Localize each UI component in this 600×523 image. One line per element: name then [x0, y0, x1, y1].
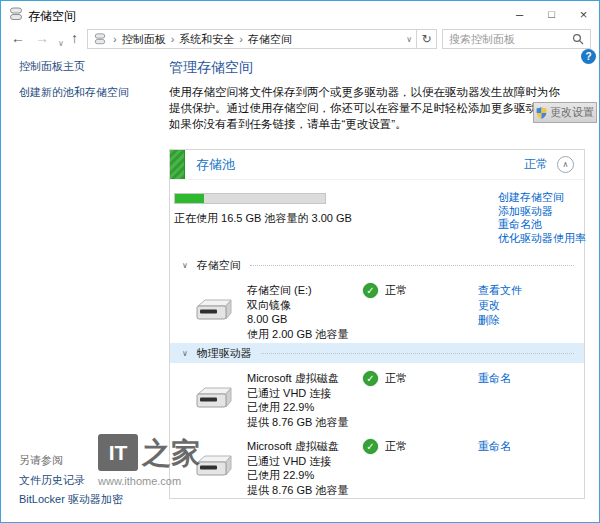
up-button[interactable]: ↑ — [71, 30, 78, 47]
title-bar: 存储空间 – □ × — [1, 1, 599, 27]
uac-shield-icon — [536, 107, 547, 119]
breadcrumb-separator-icon: › — [171, 33, 175, 45]
storage-space-row: 存储空间 (E:) 双向镜像 8.00 GB 使用 2.00 GB 池容量 ✓ … — [170, 275, 584, 343]
drive-detail: 双向镜像 — [247, 298, 363, 313]
sidebar-item-bitlocker[interactable]: BitLocker 驱动器加密 — [19, 492, 123, 507]
rename-pool-link[interactable]: 重命名池 — [498, 218, 586, 232]
drive-info: Microsoft 虚拟磁盘 已通过 VHD 连接 已使用 22.9% 提供 8… — [247, 439, 363, 499]
drive-info: Microsoft 虚拟磁盘 已通过 VHD 连接 已使用 22.9% 提供 8… — [247, 371, 363, 431]
breadcrumb-system-security[interactable]: 系统和安全 — [179, 32, 234, 47]
optimize-drive-usage-link[interactable]: 优化驱动器使用率 — [498, 232, 586, 246]
drive-detail: 已使用 22.9% — [247, 400, 363, 415]
storage-spaces-window: 存储空间 – □ × ← → ∨ ↑ › 控制面板 › 系统和安全 › 存储空间… — [0, 0, 600, 523]
section-header-storage-spaces: ∨ 存储空间 — [170, 255, 584, 275]
drive-links: 查看文件 更改 删除 — [478, 283, 584, 343]
window-title: 存储空间 — [28, 8, 76, 25]
drive-info: 存储空间 (E:) 双向镜像 8.00 GB 使用 2.00 GB 池容量 — [247, 283, 363, 343]
rename-link[interactable]: 重命名 — [478, 439, 584, 454]
back-button[interactable]: ← — [11, 30, 25, 47]
storage-spaces-icon — [9, 7, 23, 21]
hard-drive-icon — [196, 297, 234, 323]
chevron-down-icon[interactable]: ∨ — [182, 261, 188, 270]
status-text: 正常 — [385, 283, 407, 298]
drive-name: Microsoft 虚拟磁盘 — [247, 371, 363, 386]
address-dropdown-icon[interactable]: ∨ — [406, 35, 412, 44]
pool-name: 存储池 — [196, 156, 235, 174]
change-link[interactable]: 更改 — [478, 298, 584, 313]
drive-detail: 提供 8.76 GB 池容量 — [247, 483, 363, 498]
drive-icon-cell — [170, 371, 247, 431]
section-divider — [261, 353, 574, 354]
drive-icon-cell — [170, 439, 247, 499]
page-title: 管理存储空间 — [169, 59, 253, 77]
storage-pool-panel: 存储池 正常 ∧ 正在使用 16.5 GB 池容量的 3.00 GB 创建存储空… — [169, 149, 585, 499]
sidebar-item-control-panel-home[interactable]: 控制面板主页 — [19, 59, 85, 74]
pool-usage-text: 正在使用 16.5 GB 池容量的 3.00 GB — [174, 211, 352, 226]
drive-status: ✓ 正常 — [363, 283, 478, 343]
page-description: 使用存储空间将文件保存到两个或更多驱动器，以便在驱动器发生故障时为你提供保护。通… — [169, 84, 571, 132]
refresh-button[interactable]: ↻ — [417, 29, 437, 49]
physical-drive-row: Microsoft 虚拟磁盘 已通过 VHD 连接 已使用 22.9% 提供 8… — [170, 363, 584, 431]
help-icon[interactable]: ? — [581, 49, 596, 64]
forward-button[interactable]: → — [35, 30, 49, 47]
create-storage-space-link[interactable]: 创建存储空间 — [498, 191, 586, 205]
add-drives-link[interactable]: 添加驱动器 — [498, 205, 586, 219]
see-also-heading: 另请参阅 — [19, 453, 63, 468]
maximize-button[interactable]: □ — [536, 1, 567, 27]
storage-spaces-icon — [94, 33, 106, 45]
section-label: 存储空间 — [197, 258, 241, 273]
hard-drive-icon — [196, 453, 234, 479]
close-button[interactable]: × — [568, 1, 599, 27]
status-text: 正常 — [385, 439, 407, 454]
pool-task-links: 创建存储空间 添加驱动器 重命名池 优化驱动器使用率 — [498, 191, 586, 245]
collapse-chevron-icon[interactable]: ∧ — [557, 156, 574, 173]
drive-detail: 使用 2.00 GB 池容量 — [247, 327, 363, 342]
search-icon[interactable] — [572, 33, 584, 45]
pool-tile-icon — [170, 150, 185, 179]
minimize-button[interactable]: – — [504, 1, 535, 27]
delete-link[interactable]: 删除 — [478, 313, 584, 328]
chevron-down-icon[interactable]: ∨ — [182, 349, 188, 358]
pool-summary: 正在使用 16.5 GB 池容量的 3.00 GB 创建存储空间 添加驱动器 重… — [170, 180, 584, 255]
status-text: 正常 — [385, 371, 407, 386]
drive-name: 存储空间 (E:) — [247, 283, 363, 298]
drive-detail: 已通过 VHD 连接 — [247, 386, 363, 401]
change-settings-button[interactable]: 更改设置 — [533, 102, 597, 123]
address-bar[interactable]: › 控制面板 › 系统和安全 › 存储空间 ∨ — [87, 29, 417, 49]
breadcrumb-storage-spaces[interactable]: 存储空间 — [248, 32, 292, 47]
sidebar-item-create-pool[interactable]: 创建新的池和存储空间 — [19, 85, 129, 100]
pool-usage-bar — [174, 193, 326, 204]
breadcrumb-control-panel[interactable]: 控制面板 — [122, 32, 166, 47]
drive-icon-cell — [170, 283, 247, 343]
check-icon: ✓ — [363, 439, 378, 454]
drive-detail: 8.00 GB — [247, 312, 363, 327]
drive-detail: 提供 8.76 GB 池容量 — [247, 415, 363, 430]
ithome-logo-icon: IT — [98, 434, 138, 471]
drive-status: ✓ 正常 — [363, 371, 478, 431]
drive-detail: 已通过 VHD 连接 — [247, 454, 363, 469]
drive-links: 重命名 — [478, 439, 584, 499]
pool-header: 存储池 正常 ∧ — [170, 150, 584, 180]
drive-links: 重命名 — [478, 371, 584, 431]
section-divider — [250, 265, 574, 266]
pool-status: 正常 — [524, 156, 548, 173]
hard-drive-icon — [196, 385, 234, 411]
pool-usage-fill — [175, 194, 204, 203]
check-icon: ✓ — [363, 371, 378, 386]
breadcrumb-separator-icon: › — [113, 33, 117, 45]
breadcrumb-separator-icon: › — [239, 33, 243, 45]
section-label: 物理驱动器 — [197, 346, 252, 361]
drive-status: ✓ 正常 — [363, 439, 478, 499]
search-box — [442, 29, 591, 49]
rename-link[interactable]: 重命名 — [478, 371, 584, 386]
recent-pages-dropdown-icon[interactable]: ∨ — [58, 35, 64, 52]
physical-drive-row: Microsoft 虚拟磁盘 已通过 VHD 连接 已使用 22.9% 提供 8… — [170, 431, 584, 499]
sidebar-item-file-history[interactable]: 文件历史记录 — [19, 473, 85, 488]
check-icon: ✓ — [363, 283, 378, 298]
view-files-link[interactable]: 查看文件 — [478, 283, 584, 298]
search-input[interactable] — [449, 33, 572, 45]
drive-name: Microsoft 虚拟磁盘 — [247, 439, 363, 454]
change-settings-label: 更改设置 — [550, 105, 594, 120]
drive-detail: 已使用 22.9% — [247, 468, 363, 483]
section-header-physical-drives: ∨ 物理驱动器 — [170, 343, 584, 363]
